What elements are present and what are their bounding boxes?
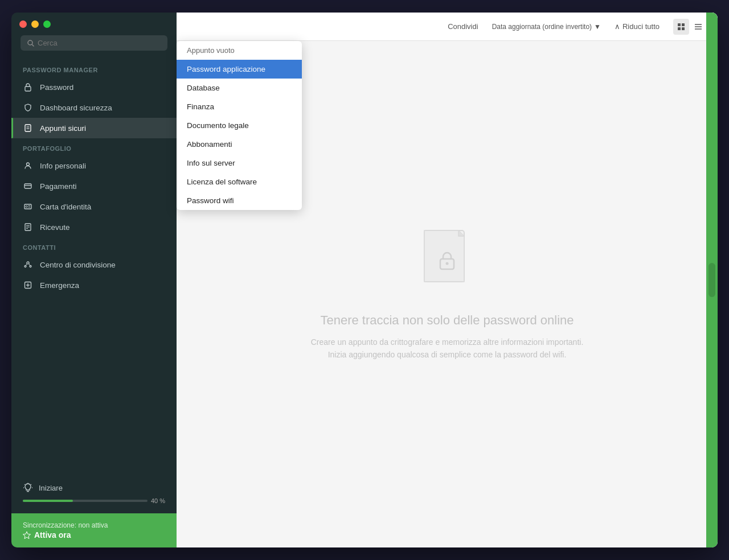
- close-button[interactable]: [19, 20, 27, 28]
- init-label: Iniziare: [23, 483, 165, 493]
- star-icon: [23, 531, 31, 539]
- section-label-password-manager: PASSWORD MANAGER: [11, 60, 177, 77]
- dropdown-item-licenza[interactable]: Licenza del software: [177, 172, 302, 191]
- view-toggle: [673, 19, 706, 35]
- main-content: Condividi Data aggiornata (ordine invert…: [177, 13, 718, 547]
- init-text: Iniziare: [39, 484, 63, 492]
- dropdown-item-abbonamenti[interactable]: Abbonamenti: [177, 135, 302, 154]
- svg-rect-33: [682, 23, 685, 26]
- dropdown-item-info-server[interactable]: Info sul server: [177, 154, 302, 172]
- sidebar: PASSWORD MANAGER Password Dashboard sicu…: [11, 13, 177, 547]
- minimize-button[interactable]: [31, 20, 39, 28]
- grid-view-button[interactable]: [673, 19, 689, 35]
- sort-label: Data aggiornata (ordine invertito): [492, 23, 592, 31]
- dropdown-menu: Appunto vuoto Password applicazione Data…: [177, 41, 302, 210]
- person-icon: [23, 160, 33, 171]
- lightbulb-icon: [23, 483, 33, 493]
- svg-point-18: [24, 266, 26, 267]
- sidebar-item-ricevute[interactable]: Ricevute: [11, 217, 177, 237]
- id-icon: [23, 201, 33, 212]
- dropdown-item-database[interactable]: Database: [177, 79, 302, 97]
- section-label-portafoglio: PORTAFOGLIO: [11, 138, 177, 155]
- condividi-button[interactable]: Condividi: [443, 20, 482, 33]
- sidebar-item-appunti-label: Appunti sicuri: [40, 124, 86, 133]
- lock-icon: [23, 82, 33, 92]
- svg-line-28: [31, 484, 31, 485]
- progress-text: 40 %: [151, 497, 165, 504]
- sidebar-item-dashboard[interactable]: Dashboard sicurezza: [11, 97, 177, 118]
- sidebar-item-emergenza-label: Emergenza: [40, 281, 79, 290]
- svg-rect-7: [24, 184, 31, 188]
- chevron-up-icon: ∧: [615, 22, 620, 31]
- sidebar-item-carta-label: Carta d'identità: [40, 203, 91, 211]
- sync-banner[interactable]: Sincronizzazione: non attiva Attiva ora: [11, 513, 177, 547]
- note-icon: [23, 123, 33, 133]
- sort-dropdown[interactable]: Data aggiornata (ordine invertito) ▼: [492, 23, 601, 31]
- svg-line-21: [29, 263, 30, 265]
- sidebar-item-pagamenti[interactable]: Pagamenti: [11, 176, 177, 196]
- sidebar-item-appunti[interactable]: Appunti sicuri: [11, 118, 177, 138]
- sidebar-item-carta[interactable]: Carta d'identità: [11, 196, 177, 217]
- sync-status-text: Sincronizzazione: non attiva: [23, 521, 165, 529]
- svg-point-17: [27, 262, 29, 264]
- svg-rect-3: [25, 125, 31, 131]
- sidebar-item-info-label: Info personali: [40, 162, 86, 170]
- search-icon: [27, 40, 34, 47]
- maximize-button[interactable]: [43, 20, 51, 28]
- sidebar-item-ricevute-label: Ricevute: [40, 223, 70, 232]
- sidebar-item-condivisione[interactable]: Centro di condivisione: [11, 254, 177, 275]
- sidebar-item-info[interactable]: Info personali: [11, 155, 177, 176]
- svg-point-10: [26, 206, 27, 208]
- svg-point-19: [30, 266, 31, 267]
- sync-activate-label: Attiva ora: [34, 530, 71, 540]
- sidebar-item-condivisione-label: Centro di condivisione: [40, 261, 116, 269]
- sidebar-item-pagamenti-label: Pagamenti: [40, 182, 77, 191]
- card-icon: [23, 181, 33, 191]
- svg-marker-31: [23, 532, 31, 539]
- svg-rect-32: [678, 23, 681, 26]
- riduci-tutto-button[interactable]: ∧ Riduci tutto: [610, 20, 664, 33]
- share-icon: [23, 260, 33, 270]
- sidebar-item-emergenza[interactable]: Emergenza: [11, 275, 177, 295]
- dropdown-item-appunto-vuoto[interactable]: Appunto vuoto: [177, 41, 302, 60]
- chevron-down-icon: ▼: [594, 23, 601, 31]
- svg-line-27: [24, 484, 25, 485]
- dropdown-item-finanza[interactable]: Finanza: [177, 97, 302, 116]
- receipt-icon: [23, 222, 33, 232]
- svg-rect-34: [678, 27, 681, 30]
- sidebar-item-password[interactable]: Password: [11, 77, 177, 97]
- svg-line-20: [26, 263, 27, 265]
- toolbar: Condividi Data aggiornata (ordine invert…: [177, 13, 718, 41]
- dropdown-item-documento-legale[interactable]: Documento legale: [177, 116, 302, 135]
- svg-rect-35: [682, 27, 685, 30]
- dropdown-overlay[interactable]: Appunto vuoto Password applicazione Data…: [177, 41, 718, 547]
- search-input[interactable]: [38, 39, 161, 47]
- shield-icon: [23, 102, 33, 113]
- init-section: Iniziare 40 %: [11, 473, 177, 513]
- progress-bar: [23, 500, 73, 502]
- search-bar[interactable]: [21, 35, 167, 51]
- dropdown-item-password-wifi[interactable]: Password wifi: [177, 191, 302, 210]
- svg-rect-2: [25, 87, 31, 91]
- plus-box-icon: [23, 280, 33, 290]
- svg-point-6: [27, 163, 30, 166]
- svg-line-1: [32, 44, 34, 46]
- sidebar-item-password-label: Password: [40, 83, 73, 92]
- dropdown-item-password-app[interactable]: Password applicazione: [177, 60, 302, 79]
- list-view-button[interactable]: [690, 19, 706, 35]
- section-label-contatti: CONTATTI: [11, 237, 177, 254]
- sidebar-item-dashboard-label: Dashboard sicurezza: [40, 104, 112, 112]
